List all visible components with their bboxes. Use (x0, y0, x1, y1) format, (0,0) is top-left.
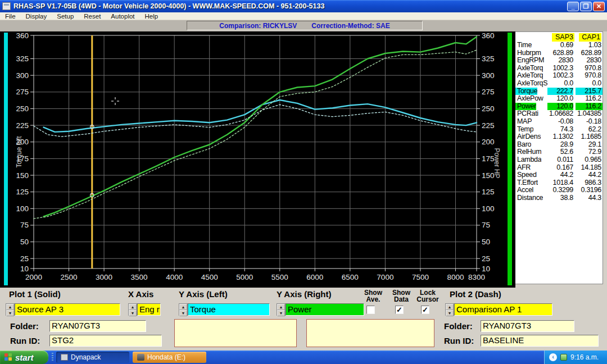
tick-label-left: 300 (16, 71, 29, 80)
plot1-label: Plot 1 (Solid) (9, 289, 61, 299)
tick-label-x: 5000 (236, 273, 253, 281)
left-axis-strip (4, 33, 8, 285)
folder-field-left[interactable]: RYAN07GT3 (49, 320, 146, 332)
live-data-panel: SAP3 CAP1 Time0.691.03Hubrpm628.89628.89… (515, 31, 603, 284)
tick-label-right: 100 (482, 204, 495, 213)
tick-label-left: 325 (16, 54, 29, 63)
tick-label-right: 250 (482, 104, 495, 113)
dynapack-icon (61, 354, 68, 361)
tick-label-x: 2500 (61, 273, 78, 281)
remove-hardware-icon[interactable] (560, 354, 567, 361)
close-button[interactable]: ✕ (593, 2, 605, 11)
tick-label-right: 175 (482, 154, 495, 163)
start-button[interactable]: start (0, 351, 48, 364)
show-ave-label: ShowAve. (360, 289, 386, 303)
menu-autoplot[interactable]: Autoplot (106, 12, 139, 20)
minimize-button[interactable]: _ (567, 2, 579, 11)
xaxis-select[interactable]: Eng rpm (137, 303, 161, 316)
hide-icons-chevron-icon[interactable]: ‹ (549, 353, 557, 361)
show-data-checkbox[interactable]: ✓ (395, 306, 404, 314)
folder-field-right[interactable]: RYAN07GT3 (481, 320, 574, 332)
yaxis-left-label: Y Axis (Left) (179, 289, 228, 299)
tick-label-right: 200 (482, 138, 495, 146)
tick-label-left: 50 (20, 238, 29, 246)
lock-cursor-label: LockCursor (414, 289, 442, 303)
yaxis-left-select[interactable]: Torque (188, 303, 270, 316)
data-row-airdens: AirDens1.13021.1685 (515, 133, 603, 141)
data-row-axletorq: AxleTorq1002.3970.8 (515, 72, 603, 80)
tick-label-x: 2000 (25, 273, 42, 281)
plot2-spinner[interactable]: ▲▼ (445, 303, 454, 316)
app-icon (2, 2, 11, 10)
lock-cursor-checkbox[interactable]: ✓ (421, 306, 429, 314)
tick-label-left: 225 (16, 121, 29, 130)
folder-label-right: Folder: (444, 321, 473, 331)
xaxis-spinner[interactable]: ▲▼ (128, 303, 137, 316)
tick-label-left: 100 (16, 204, 29, 213)
tick-label-x: 5500 (271, 273, 288, 281)
windows-flag-icon (4, 353, 12, 361)
plot1-spinner[interactable]: ▲▼ (6, 303, 15, 316)
series-torque-source-ap-3 (44, 100, 477, 132)
data-row-hubrpm: Hubrpm628.89628.89 (515, 49, 603, 57)
menu-display[interactable]: Display (21, 12, 52, 20)
task-dynapack-label: Dynapack (71, 353, 101, 361)
desktop: RHAS-SP V1.7-05B (4WD - Motor Vehicle 20… (0, 0, 607, 364)
data-row-relhum: RelHum52.672.9 (515, 148, 603, 156)
comparison-box: Comparison: RICKYLSV Correction-Method: … (187, 21, 423, 30)
plot2-select[interactable]: Comparison AP 1 (454, 303, 552, 316)
runid-field-left[interactable]: STG2 (49, 335, 162, 347)
tick-label-x: 7000 (377, 273, 393, 281)
data-row-pcrati: PCRati1.066821.04385 (515, 110, 603, 118)
note-box-1[interactable] (174, 319, 297, 347)
tick-label-right: 50 (482, 238, 490, 246)
menu-reset[interactable]: Reset (79, 12, 106, 20)
comparison-label: Comparison: RICKYLSV (219, 22, 297, 30)
menu-setup[interactable]: Setup (52, 12, 79, 20)
restore-button[interactable]: ❐ (580, 2, 592, 11)
column-sap3: SAP3 (552, 33, 574, 42)
chart-canvas: 3603253002752502252001751501251007550251… (0, 31, 515, 288)
window-titlebar: RHAS-SP V1.7-05B (4WD - Motor Vehicle 20… (0, 0, 607, 12)
tick-label-x: 4500 (201, 273, 218, 281)
tick-label-x: 3000 (96, 273, 112, 281)
task-hondata[interactable]: Hondata (E:) (133, 352, 206, 363)
menu-bar: FileDisplaySetupResetAutoplotHelp (0, 12, 607, 20)
data-row-axlepow: AxlePow120.0116.2 (515, 95, 603, 103)
data-row-distance: Distance38.844.3 (515, 194, 603, 202)
yaxis-right-label: Y Axis (Right) (277, 289, 332, 299)
tick-label-left: 10 (20, 265, 29, 273)
data-row-afr: AFR0.16714.185 (515, 164, 603, 172)
plot1-select[interactable]: Source AP 3 (15, 303, 120, 316)
data-row-axletorqs: AxleTorqS0.00.0 (515, 80, 603, 88)
data-row-lambda: Lambda0.0110.965 (515, 156, 603, 164)
comparison-strip: Comparison: RICKYLSV Correction-Method: … (0, 20, 607, 31)
menu-file[interactable]: File (0, 12, 21, 20)
runid-field-right[interactable]: BASELINE (481, 335, 599, 347)
task-dynapack[interactable]: Dynapack (56, 352, 129, 363)
yaxis-right-select[interactable]: Power (286, 303, 364, 316)
data-row-t-effort: T.Effort1018.4986.3 (515, 179, 603, 187)
folder-label-left: Folder: (10, 321, 39, 331)
series-torque-comparison-ap-1 (34, 104, 477, 136)
tick-label-x: 3500 (131, 273, 148, 281)
window-title: RHAS-SP V1.7-05B (4WD - Motor Vehicle 20… (13, 2, 567, 10)
data-row-temp: Temp74.362.2 (515, 126, 603, 134)
menu-help[interactable]: Help (140, 12, 164, 20)
clock: 9:16 a.m. (570, 353, 599, 361)
xaxis-label: X Axis (128, 289, 153, 299)
dyno-chart[interactable]: 3603253002752502252001751501251007550251… (0, 31, 515, 288)
tick-label-x: 6000 (306, 273, 323, 281)
column-cap1: CAP1 (579, 33, 601, 42)
tick-label-right: 75 (482, 221, 490, 229)
tick-label-left: 150 (16, 171, 29, 180)
left-axis-title: Torque lbft (15, 136, 23, 168)
data-row-engrpm: EngRPM28302830 (515, 57, 603, 65)
hondata-icon (137, 354, 144, 361)
yaxis-left-spinner[interactable]: ▲▼ (179, 303, 188, 316)
note-box-2[interactable] (306, 319, 434, 347)
data-row-map: MAP-0.08-0.18 (515, 118, 603, 126)
show-ave-checkbox[interactable] (366, 306, 375, 314)
yaxis-right-spinner[interactable]: ▲▼ (277, 303, 286, 316)
control-panel: Plot 1 (Solid) X Axis Y Axis (Left) Y Ax… (0, 288, 607, 351)
